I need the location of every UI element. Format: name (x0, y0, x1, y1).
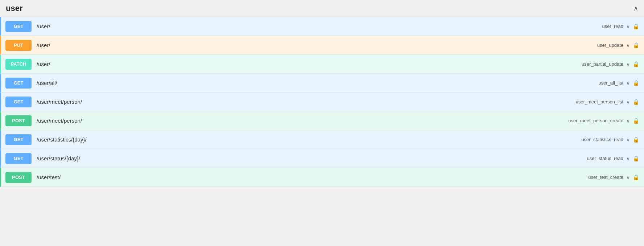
lock-icon[interactable]: 🔒 (633, 174, 640, 181)
page-wrapper: user ∧ GET/user/user_read∨🔒PUT/user/user… (0, 0, 644, 246)
collapse-icon[interactable]: ∧ (633, 4, 638, 12)
endpoint-path: /user/ (37, 42, 597, 48)
operation-id: user_statistics_read (581, 137, 623, 142)
chevron-down-icon[interactable]: ∨ (626, 42, 630, 48)
operation-id: user_meet_person_create (568, 118, 623, 123)
operation-id: user_update (597, 42, 623, 48)
lock-icon[interactable]: 🔒 (633, 155, 640, 162)
chevron-down-icon[interactable]: ∨ (626, 156, 630, 161)
endpoint-meta: user_all_list∨🔒 (598, 80, 640, 86)
lock-icon[interactable]: 🔒 (633, 118, 640, 124)
endpoint-meta: user_read∨🔒 (602, 23, 640, 30)
endpoint-meta: user_meet_person_create∨🔒 (568, 118, 640, 124)
method-badge: POST (5, 172, 32, 183)
endpoint-meta: user_statistics_read∨🔒 (581, 136, 640, 143)
method-badge: GET (5, 21, 32, 32)
endpoint-path: /user/test/ (37, 174, 588, 180)
endpoint-row[interactable]: PATCH/user/user_partial_update∨🔒 (0, 55, 644, 74)
chevron-down-icon[interactable]: ∨ (626, 80, 630, 86)
lock-icon[interactable]: 🔒 (633, 80, 640, 86)
lock-icon[interactable]: 🔒 (633, 99, 640, 105)
lock-icon[interactable]: 🔒 (633, 136, 640, 143)
endpoint-path: /user/ (37, 61, 582, 67)
endpoint-meta: user_meet_person_list∨🔒 (575, 99, 640, 105)
chevron-down-icon[interactable]: ∨ (626, 118, 630, 124)
endpoint-row[interactable]: PUT/user/user_update∨🔒 (0, 36, 644, 55)
operation-id: user_status_read (587, 156, 623, 161)
operation-id: user_meet_person_list (575, 99, 623, 104)
method-badge: GET (5, 153, 32, 164)
lock-icon[interactable]: 🔒 (633, 61, 640, 67)
endpoints-container: GET/user/user_read∨🔒PUT/user/user_update… (0, 17, 644, 187)
method-badge: POST (5, 115, 32, 126)
section-title: user (6, 4, 22, 13)
endpoint-meta: user_status_read∨🔒 (587, 155, 640, 162)
endpoint-path: /user/ (37, 23, 602, 29)
lock-icon[interactable]: 🔒 (633, 23, 640, 30)
lock-icon[interactable]: 🔒 (633, 42, 640, 49)
method-badge: GET (5, 134, 32, 145)
endpoint-path: /user/meet/person/ (37, 118, 568, 124)
chevron-down-icon[interactable]: ∨ (626, 61, 630, 67)
endpoint-row[interactable]: GET/user/status/{day}/user_status_read∨🔒 (0, 149, 644, 168)
endpoint-path: /user/statistics/{day}/ (37, 136, 581, 143)
endpoint-row[interactable]: POST/user/meet/person/user_meet_person_c… (0, 111, 644, 130)
endpoint-path: /user/all/ (37, 80, 598, 86)
endpoint-row[interactable]: GET/user/statistics/{day}/user_statistic… (0, 130, 644, 149)
endpoint-row[interactable]: GET/user/meet/person/user_meet_person_li… (0, 93, 644, 111)
operation-id: user_partial_update (582, 61, 623, 67)
endpoint-meta: user_update∨🔒 (597, 42, 640, 49)
method-badge: PUT (5, 40, 32, 51)
chevron-down-icon[interactable]: ∨ (626, 175, 630, 180)
section-header: user ∧ (0, 0, 644, 17)
operation-id: user_test_create (588, 175, 623, 180)
operation-id: user_read (602, 24, 623, 29)
method-badge: PATCH (5, 59, 32, 70)
endpoint-path: /user/meet/person/ (37, 99, 575, 105)
chevron-down-icon[interactable]: ∨ (626, 24, 630, 29)
chevron-down-icon[interactable]: ∨ (626, 137, 630, 143)
method-badge: GET (5, 97, 32, 107)
endpoint-meta: user_partial_update∨🔒 (582, 61, 640, 67)
endpoint-row[interactable]: GET/user/user_read∨🔒 (0, 17, 644, 36)
endpoint-path: /user/status/{day}/ (37, 155, 587, 161)
endpoint-meta: user_test_create∨🔒 (588, 174, 640, 181)
endpoint-row[interactable]: POST/user/test/user_test_create∨🔒 (0, 168, 644, 187)
operation-id: user_all_list (598, 80, 623, 86)
method-badge: GET (5, 78, 32, 89)
chevron-down-icon[interactable]: ∨ (626, 99, 630, 105)
endpoint-row[interactable]: GET/user/all/user_all_list∨🔒 (0, 74, 644, 93)
